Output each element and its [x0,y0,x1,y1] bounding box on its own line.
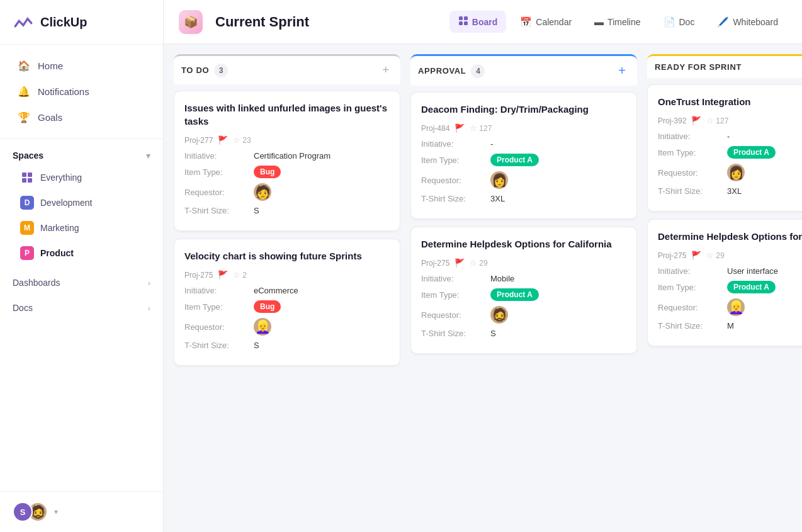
development-avatar: D [20,196,34,210]
card-ready-1-meta: Proj-392 🚩 ☆ 127 [658,116,802,125]
calendar-icon: 📅 [520,16,532,28]
card-approval-1-score: ☆ 127 [470,123,492,133]
card-approval-1-flag: 🚩 [455,123,465,133]
card-todo-1-requestor-row: Requestor: [184,183,390,201]
tshirt-label-6: T-Shirt Size: [658,321,727,331]
card-ready-2-tshirt: M [727,321,734,331]
card-approval-2-tshirt-row: T-Shirt Size: S [421,329,626,338]
card-approval-1[interactable]: Deacom Finding: Dry/Trim/Packaging Proj-… [410,92,637,219]
card-todo-1-type-badge: Bug [254,166,281,178]
spaces-header[interactable]: Spaces ▾ [13,147,150,164]
sidebar-item-everything[interactable]: Everything [13,166,150,190]
card-todo-2[interactable]: Velocity chart is showing future Sprints… [174,239,400,366]
card-ready-1-proj-id: Proj-392 [658,116,686,125]
card-ready-1-initiative: - [727,132,730,141]
card-ready-1[interactable]: OneTrust Integration Proj-392 🚩 ☆ 127 In… [647,84,802,212]
card-todo-1-score: ☆ 23 [233,135,251,145]
sidebar-item-product[interactable]: P Product [13,241,150,265]
card-todo-1-proj-id: Proj-277 [184,136,213,145]
card-ready-2[interactable]: Determine Helpdesk Options for Californi… [647,219,802,346]
card-todo-1[interactable]: Issues with linked unfurled images in gu… [174,91,400,231]
todo-add-button[interactable]: + [378,62,393,78]
card-ready-2-score: ☆ 29 [706,251,724,260]
tab-whiteboard[interactable]: 🖊️ Whiteboard [708,11,787,33]
sidebar-item-notifications[interactable]: 🔔 Notifications [5,79,158,104]
card-ready-2-tshirt-row: T-Shirt Size: M [658,321,802,331]
whiteboard-icon: 🖊️ [717,16,729,28]
spaces-section: Spaces ▾ Everything D Development M Mark… [0,139,163,270]
sidebar-item-docs[interactable]: Docs › [0,297,163,319]
card-ready-2-meta: Proj-275 🚩 ☆ 29 [658,251,802,260]
svg-rect-0 [459,16,463,20]
card-approval-2-flag: 🚩 [455,258,465,268]
card-ready-2-avatar [727,298,745,316]
column-approval-header: APPROVAL 4 + [410,54,637,86]
card-todo-1-title: Issues with linked unfurled images in gu… [184,101,390,128]
requestor-label-2: Requestor: [184,322,254,332]
initiative-label-3: Initiative: [421,139,490,149]
card-ready-2-initiative: User interface [727,266,778,276]
user-area[interactable]: S 🧔 ▾ [0,491,163,532]
main-content: 📦 Current Sprint Board 📅 Calendar ▬ Time… [164,0,802,532]
card-approval-1-meta: Proj-484 🚩 ☆ 127 [421,123,626,133]
requestor-label-6: Requestor: [658,303,727,312]
tab-board-label: Board [472,17,497,27]
approval-add-button[interactable]: + [614,62,630,79]
user-avatars: S 🧔 [13,502,48,522]
card-approval-1-tshirt: 3XL [490,194,505,203]
svg-rect-1 [464,16,468,20]
chevron-down-icon: ▾ [146,151,150,161]
card-approval-1-initiative-row: Initiative: - [421,139,626,149]
sidebar-item-marketing[interactable]: M Marketing [13,216,150,240]
item-type-label-5: Item Type: [658,148,727,157]
sidebar-item-home[interactable]: 🏠 Home [5,54,158,78]
approval-title: APPROVAL [418,66,466,76]
card-todo-2-type-row: Item Type: Bug [184,300,390,313]
tab-doc[interactable]: 📄 Doc [655,11,704,33]
card-todo-2-meta: Proj-275 🚩 ☆ 2 [184,270,390,280]
requestor-label-4: Requestor: [421,310,490,320]
card-approval-2-proj-id: Proj-275 [421,259,449,268]
everything-grid-icon [20,171,34,184]
docs-label: Docs [13,303,33,313]
item-type-label-4: Item Type: [421,290,490,300]
card-todo-1-flag: 🚩 [218,135,228,145]
sidebar-item-development[interactable]: D Development [13,191,150,215]
ready-title: READY FOR SPRINT [655,62,742,72]
sidebar-item-dashboards[interactable]: Dashboards › [0,271,163,294]
card-todo-2-initiative-row: Initiative: eCommerce [184,286,390,295]
sidebar-item-marketing-label: Marketing [40,223,79,233]
approval-count: 4 [471,64,485,78]
todo-count: 3 [214,64,228,77]
dashboards-label: Dashboards [13,278,60,288]
card-todo-1-tshirt-row: T-Shirt Size: S [184,206,390,215]
product-avatar: P [20,246,34,260]
card-todo-2-tshirt-row: T-Shirt Size: S [184,341,390,350]
sidebar-item-notifications-label: Notifications [38,86,89,97]
initiative-label-4: Initiative: [421,274,490,283]
tab-calendar-label: Calendar [536,17,572,27]
card-approval-2-type-row: Item Type: Product A [421,288,626,301]
tab-doc-label: Doc [679,17,695,27]
tab-calendar[interactable]: 📅 Calendar [511,11,580,33]
card-ready-1-score: ☆ 127 [706,116,728,125]
marketing-avatar: M [20,221,34,235]
tab-timeline[interactable]: ▬ Timeline [585,11,649,32]
svg-rect-3 [464,21,468,25]
card-approval-2-score: ☆ 29 [470,258,487,268]
requestor-label: Requestor: [184,188,254,197]
card-todo-1-initiative-row: Initiative: Certification Program [184,151,390,161]
tab-whiteboard-label: Whiteboard [733,17,778,27]
card-approval-2[interactable]: Determine Helpdesk Options for Californi… [410,227,637,354]
card-todo-2-score-val: 2 [242,271,247,280]
tab-timeline-label: Timeline [607,17,640,27]
star-icon-4: ☆ [470,258,477,268]
bell-icon: 🔔 [18,86,30,98]
sidebar-item-goals[interactable]: 🏆 Goals [5,105,158,130]
chevron-right-icon-docs: › [148,303,150,313]
svg-rect-2 [459,21,463,25]
card-todo-2-type-badge: Bug [254,300,281,313]
star-icon-3: ☆ [470,123,477,133]
tab-board[interactable]: Board [449,11,506,33]
star-icon-6: ☆ [706,251,714,260]
